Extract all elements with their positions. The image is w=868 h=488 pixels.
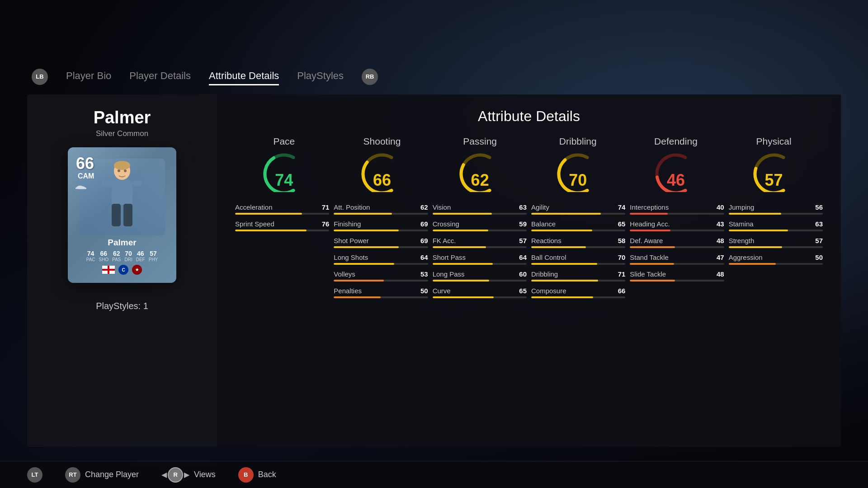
stat-bar bbox=[531, 263, 625, 265]
svg-rect-5 bbox=[112, 204, 121, 226]
stat-value: 64 bbox=[519, 253, 527, 261]
stat-bar bbox=[630, 213, 724, 215]
tab-playstyles[interactable]: PlayStyles bbox=[297, 68, 344, 85]
category-passing: Passing 62 bbox=[445, 136, 515, 190]
tab-player-bio[interactable]: Player Bio bbox=[66, 68, 111, 85]
stat-name: Reactions bbox=[531, 237, 561, 244]
stat-bar bbox=[433, 263, 527, 265]
stat-name: Crossing bbox=[433, 220, 459, 228]
stat-bar-fill bbox=[531, 296, 594, 298]
stat-bar bbox=[433, 246, 527, 248]
attribute-panel: Attribute Details Pace 74 Shooting 66 Pa… bbox=[217, 94, 841, 447]
stat-bar-fill bbox=[433, 246, 486, 248]
stat-row: Jumping 56 bbox=[729, 203, 823, 215]
stat-row: Curve 65 bbox=[433, 287, 527, 298]
stat-value: 69 bbox=[420, 237, 428, 244]
category-label-passing: Passing bbox=[463, 136, 497, 147]
stat-name: Shot Power bbox=[334, 237, 369, 244]
stat-row: FK Acc. 57 bbox=[433, 237, 527, 248]
stat-bar bbox=[531, 280, 625, 282]
stat-bar-fill bbox=[729, 230, 788, 231]
stat-row: Vision 63 bbox=[433, 203, 527, 215]
stat-bar bbox=[433, 280, 527, 282]
stat-value: 57 bbox=[815, 237, 823, 244]
player-name-heading: Palmer bbox=[94, 108, 151, 127]
gauge-value-pace: 74 bbox=[275, 171, 293, 190]
views-label: Views bbox=[194, 470, 216, 479]
stat-value: 70 bbox=[618, 253, 626, 261]
lb-button[interactable]: LB bbox=[32, 69, 48, 85]
stat-bar-fill bbox=[433, 280, 489, 282]
category-label-pace: Pace bbox=[273, 136, 295, 147]
stat-value: 74 bbox=[618, 203, 626, 211]
b-button[interactable]: B bbox=[238, 467, 254, 483]
stat-bar bbox=[729, 213, 823, 215]
lt-action: LT bbox=[27, 467, 42, 483]
stat-bar-fill bbox=[433, 213, 492, 215]
card-position: CAM bbox=[78, 172, 94, 180]
stat-value: 63 bbox=[519, 203, 527, 211]
stat-value: 57 bbox=[519, 237, 527, 244]
stat-row: Heading Acc. 43 bbox=[630, 220, 724, 231]
stat-bar-fill bbox=[334, 263, 394, 265]
stat-row: Stamina 63 bbox=[729, 220, 823, 231]
stat-bar bbox=[531, 296, 625, 298]
stat-col-passing: Vision 63 Crossing 59 FK Acc. 57 bbox=[433, 203, 527, 298]
stat-bar bbox=[531, 230, 625, 231]
stat-name: Slide Tackle bbox=[630, 270, 666, 278]
stat-bar-fill bbox=[630, 280, 675, 282]
stat-bar-fill bbox=[334, 230, 399, 231]
player-card: 66 CAM bbox=[68, 147, 176, 283]
tab-attribute-details[interactable]: Attribute Details bbox=[209, 68, 279, 85]
stat-name: Att. Position bbox=[334, 203, 370, 211]
stat-row: Dribbling 71 bbox=[531, 270, 625, 282]
stat-bar bbox=[235, 230, 329, 231]
stat-value: 50 bbox=[815, 253, 823, 261]
r-button[interactable]: R bbox=[168, 467, 183, 483]
stat-row: Att. Position 62 bbox=[334, 203, 428, 215]
category-physical: Physical 57 bbox=[739, 136, 809, 190]
category-pace: Pace 74 bbox=[249, 136, 319, 190]
category-label-shooting: Shooting bbox=[363, 136, 401, 147]
stat-value: 64 bbox=[420, 253, 428, 261]
back-action: B Back bbox=[238, 467, 276, 483]
card-rating: 66 bbox=[76, 154, 94, 173]
stat-row: Short Pass 64 bbox=[433, 253, 527, 265]
shoe-icon bbox=[75, 183, 87, 192]
category-shooting: Shooting 66 bbox=[347, 136, 417, 190]
stat-value: 40 bbox=[717, 203, 724, 211]
stat-bar bbox=[630, 246, 724, 248]
rt-button[interactable]: RT bbox=[65, 467, 80, 483]
stat-value: 56 bbox=[815, 203, 823, 211]
stat-name: Long Pass bbox=[433, 270, 465, 278]
stat-bar bbox=[334, 246, 428, 248]
gauge-shooting: 66 bbox=[357, 149, 407, 190]
stats-grid: Acceleration 71 Sprint Speed 76 Att. Pos… bbox=[235, 203, 823, 298]
stat-bar bbox=[433, 213, 527, 215]
lt-button[interactable]: LT bbox=[27, 467, 42, 483]
stat-name: Ball Control bbox=[531, 253, 566, 261]
gauge-value-defending: 46 bbox=[667, 171, 685, 190]
stat-name: Balance bbox=[531, 220, 556, 228]
tab-player-details[interactable]: Player Details bbox=[129, 68, 191, 85]
stat-bar bbox=[433, 296, 527, 298]
stat-name: Finishing bbox=[334, 220, 361, 228]
gauge-dribbling: 70 bbox=[553, 149, 603, 190]
stat-row: Def. Aware 48 bbox=[630, 237, 724, 248]
stat-name: Agility bbox=[531, 203, 549, 211]
svg-point-1 bbox=[114, 161, 130, 170]
categories-row: Pace 74 Shooting 66 Passing 62 bbox=[235, 136, 823, 190]
card-stat-dri: 70 DRI bbox=[124, 250, 132, 262]
dpad-icon: ◀ R ▶ bbox=[161, 467, 189, 483]
stat-row: Long Shots 64 bbox=[334, 253, 428, 265]
stat-bar bbox=[729, 263, 823, 265]
stat-value: 71 bbox=[618, 270, 626, 278]
stat-col-physical: Jumping 56 Stamina 63 Strength 57 bbox=[729, 203, 823, 298]
stat-col-shooting: Att. Position 62 Finishing 69 Shot Power… bbox=[334, 203, 428, 298]
stat-name: Interceptions bbox=[630, 203, 669, 211]
stat-bar bbox=[630, 230, 724, 231]
stat-bar-fill bbox=[531, 230, 592, 231]
rb-button[interactable]: RB bbox=[362, 69, 378, 85]
gauge-value-dribbling: 70 bbox=[569, 171, 587, 190]
stat-row: Crossing 59 bbox=[433, 220, 527, 231]
